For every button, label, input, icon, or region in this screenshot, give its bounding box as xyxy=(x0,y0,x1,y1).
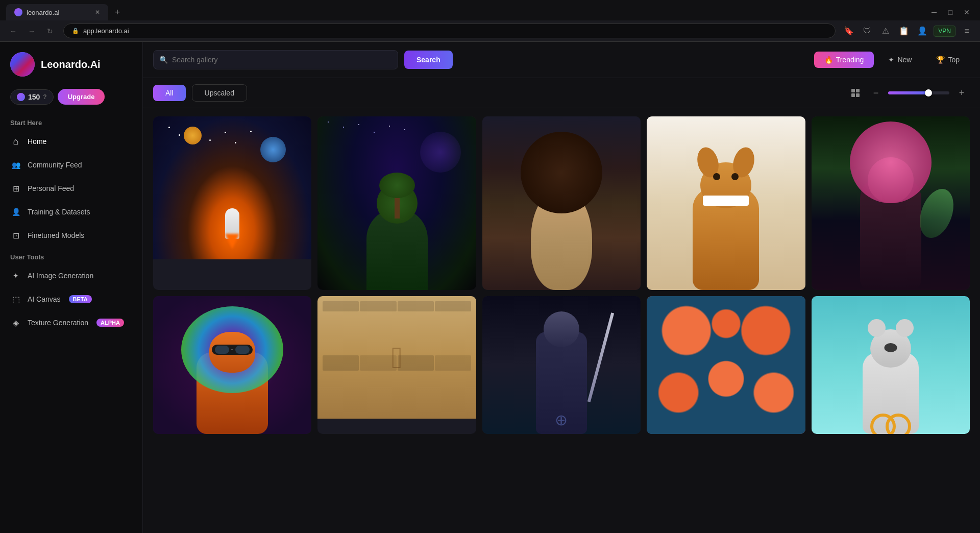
gallery-item[interactable]: ⊞ ✎ ⤢ ⊕ xyxy=(482,296,641,434)
grid-view-button[interactable] xyxy=(847,85,864,101)
top-icon: 🏆 xyxy=(936,56,945,64)
sidebar-item-training[interactable]: 👤 Training & Datasets xyxy=(0,200,142,224)
zoom-out-button[interactable]: − xyxy=(868,85,884,101)
search-input[interactable] xyxy=(153,50,398,69)
zoom-slider[interactable] xyxy=(888,91,949,94)
beta-badge: BETA xyxy=(69,295,92,303)
nav-buttons: ← → ↻ xyxy=(6,24,57,38)
reader-view-icon[interactable]: 📋 xyxy=(897,24,911,38)
view-controls: − + xyxy=(847,85,970,101)
filter-all-button[interactable]: All xyxy=(153,85,186,101)
gallery-area: ⊞ ✎ ⤢ xyxy=(143,108,980,533)
sidebar-home-label: Home xyxy=(28,137,46,146)
bookmark-icon[interactable]: 🔖 xyxy=(842,24,856,38)
tab-title: leonardo.ai xyxy=(27,9,59,16)
zoom-in-button[interactable]: + xyxy=(953,85,970,101)
svg-rect-3 xyxy=(856,93,860,97)
lock-icon: 🔒 xyxy=(72,28,79,34)
sidebar-item-community[interactable]: 👥 Community Feed xyxy=(0,153,142,177)
address-bar: ← → ↻ 🔒 app.leonardo.ai 🔖 🛡 ⚠ 📋 👤 VPN ≡ xyxy=(0,20,980,41)
trending-label: Trending xyxy=(836,56,864,64)
upgrade-button[interactable]: Upgrade xyxy=(58,89,105,105)
sidebar-personal-label: Personal Feed xyxy=(28,184,74,192)
svg-rect-1 xyxy=(856,89,860,92)
sidebar-item-ai-canvas[interactable]: ⬚ AI Canvas BETA xyxy=(0,287,142,311)
training-icon: 👤 xyxy=(10,206,21,217)
gallery-item[interactable]: ⊞ ⤢ xyxy=(317,296,476,434)
window-controls: ─ □ ✕ xyxy=(927,5,974,19)
url-text: app.leonardo.ai xyxy=(83,27,129,35)
new-tab-button-filter[interactable]: ✦ New xyxy=(878,52,922,68)
search-wrap: 🔍 xyxy=(153,50,398,69)
gallery-item[interactable]: ⊞ ✎ ⤢ xyxy=(317,116,476,290)
sidebar-community-label: Community Feed xyxy=(28,161,82,169)
credits-help-icon[interactable]: ? xyxy=(43,93,46,101)
refresh-button[interactable]: ↻ xyxy=(43,24,57,38)
ai-canvas-icon: ⬚ xyxy=(10,294,21,305)
top-bar: 🔍 Search 🔥 Trending ✦ New 🏆 Top xyxy=(143,42,980,78)
sidebar-item-texture[interactable]: ◈ Texture Generation ALPHA xyxy=(0,311,142,334)
menu-icon[interactable]: ≡ xyxy=(960,24,974,38)
browser-actions: 🔖 🛡 ⚠ 📋 👤 VPN ≡ xyxy=(842,24,974,38)
logo-avatar-image xyxy=(10,52,35,77)
tab-bar: leonardo.ai ✕ + ─ □ ✕ xyxy=(0,0,980,20)
credits-bar: 150 ? Upgrade xyxy=(0,85,142,109)
gallery-item[interactable]: ⊞ ✎ xyxy=(812,116,970,290)
browser-chrome: leonardo.ai ✕ + ─ □ ✕ ← → ↻ 🔒 app.leonar… xyxy=(0,0,980,42)
zoom-slider-thumb[interactable] xyxy=(925,89,932,96)
minimize-button[interactable]: ─ xyxy=(927,5,941,19)
active-tab[interactable]: leonardo.ai ✕ xyxy=(6,4,108,20)
finetuned-icon: ⊡ xyxy=(10,230,21,241)
sidebar-item-personal[interactable]: ⊞ Personal Feed xyxy=(0,177,142,200)
gallery-item[interactable]: ⊞ ✎ xyxy=(647,296,805,434)
credits-icon xyxy=(17,93,25,101)
filter-row: All Upscaled − + xyxy=(143,78,980,108)
url-bar[interactable]: 🔒 app.leonardo.ai xyxy=(63,23,836,38)
forward-button[interactable]: → xyxy=(24,24,39,38)
profile-icon[interactable]: 👤 xyxy=(915,24,929,38)
sidebar-training-label: Training & Datasets xyxy=(28,208,90,216)
search-button[interactable]: Search xyxy=(404,51,453,69)
close-button[interactable]: ✕ xyxy=(960,5,974,19)
sidebar-finetuned-label: Finetuned Models xyxy=(28,231,84,239)
filter-upscaled-button[interactable]: Upscaled xyxy=(192,84,247,102)
gallery-item[interactable]: ⊞ ✎ ⤢ xyxy=(482,116,641,290)
sidebar-ai-image-label: AI Image Generation xyxy=(28,272,93,280)
logo-text: Leonardo.Ai xyxy=(41,59,101,70)
sidebar: Leonardo.Ai 150 ? Upgrade Start Here ⌂ H… xyxy=(0,42,143,533)
gallery-item[interactable]: ⊞ ✎ ⤢ xyxy=(153,296,311,434)
sidebar-item-finetuned[interactable]: ⊡ Finetuned Models xyxy=(0,224,142,247)
vpn-badge[interactable]: VPN xyxy=(934,26,955,37)
alpha-badge: ALPHA xyxy=(96,319,124,327)
alert-icon[interactable]: ⚠ xyxy=(878,24,893,38)
main-content: 🔍 Search 🔥 Trending ✦ New 🏆 Top xyxy=(143,42,980,533)
gallery-item[interactable]: ⊞ ✎ ⤢ xyxy=(647,116,805,290)
community-icon: 👥 xyxy=(10,159,21,171)
search-icon: 🔍 xyxy=(159,56,168,64)
trending-tab-button[interactable]: 🔥 Trending xyxy=(814,52,874,68)
shield-icon[interactable]: 🛡 xyxy=(860,24,874,38)
sidebar-item-home[interactable]: ⌂ Home xyxy=(0,130,142,153)
sidebar-item-ai-image[interactable]: ✦ AI Image Generation xyxy=(0,264,142,287)
gallery-item[interactable]: ⊞ ✎ xyxy=(812,296,970,434)
top-tab-button[interactable]: 🏆 Top xyxy=(926,52,970,68)
credits-number: 150 xyxy=(28,93,40,101)
texture-icon: ◈ xyxy=(10,317,21,328)
logo-area: Leonardo.Ai xyxy=(0,42,142,85)
gallery-grid: ⊞ ✎ ⤢ xyxy=(153,116,970,434)
app-layout: Leonardo.Ai 150 ? Upgrade Start Here ⌂ H… xyxy=(0,42,980,533)
gallery-item[interactable]: ⊞ ✎ ⤢ xyxy=(153,116,311,290)
top-label: Top xyxy=(948,56,960,64)
tab-close-button[interactable]: ✕ xyxy=(95,9,100,16)
start-here-label: Start Here xyxy=(0,113,142,130)
svg-rect-0 xyxy=(851,89,855,92)
sidebar-ai-canvas-label: AI Canvas xyxy=(28,295,61,303)
maximize-button[interactable]: □ xyxy=(943,5,958,19)
new-label: New xyxy=(897,56,912,64)
credits-count: 150 ? xyxy=(10,89,54,105)
svg-rect-2 xyxy=(851,93,855,97)
ai-image-icon: ✦ xyxy=(10,270,21,281)
back-button[interactable]: ← xyxy=(6,24,20,38)
user-tools-label: User Tools xyxy=(0,247,142,264)
new-tab-button[interactable]: + xyxy=(110,5,125,19)
